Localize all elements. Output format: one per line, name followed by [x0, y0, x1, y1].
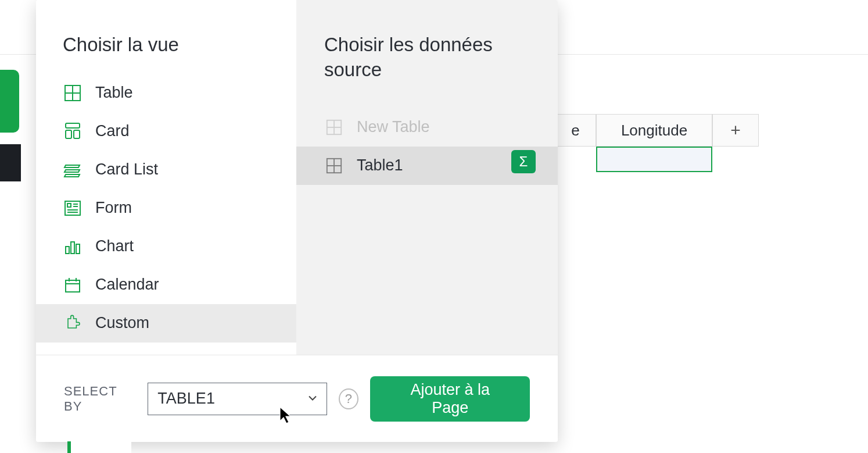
- bg-table-header-row: e Longitude +: [555, 114, 759, 147]
- svg-rect-3: [66, 123, 80, 128]
- bg-header-add-column[interactable]: +: [712, 114, 759, 147]
- bg-header-longitude[interactable]: Longitude: [596, 114, 712, 147]
- view-option-label: Chart: [95, 237, 134, 255]
- help-icon: ?: [345, 391, 352, 406]
- svg-rect-13: [71, 242, 74, 254]
- table-icon: [63, 83, 83, 103]
- card-icon: [63, 122, 83, 141]
- view-list: Table Card Card List: [36, 74, 296, 343]
- source-option-new-table: New Table: [296, 108, 558, 147]
- choose-view-panel: Choisir la vue Table Card: [36, 0, 296, 355]
- view-option-label: Form: [95, 199, 132, 217]
- view-option-label: Custom: [95, 314, 149, 332]
- svg-rect-12: [66, 247, 69, 254]
- select-by-dropdown[interactable]: TABLE1: [148, 383, 327, 415]
- view-option-label: Calendar: [95, 276, 159, 294]
- view-option-form[interactable]: Form: [36, 189, 296, 227]
- calendar-icon: [63, 275, 83, 295]
- view-option-label: Card List: [95, 160, 158, 179]
- choose-view-title: Choisir la vue: [36, 0, 296, 74]
- help-button[interactable]: ?: [339, 388, 359, 409]
- table-icon: [324, 156, 344, 176]
- cardlist-icon: [63, 160, 83, 180]
- svg-rect-14: [76, 244, 80, 254]
- view-option-calendar[interactable]: Calendar: [36, 266, 296, 304]
- select-by-value: TABLE1: [157, 390, 215, 408]
- view-option-table[interactable]: Table: [36, 74, 296, 112]
- source-option-label: New Table: [357, 118, 430, 136]
- svg-rect-7: [67, 204, 71, 207]
- bg-sidebar-green: [0, 70, 19, 133]
- bg-active-cell[interactable]: [596, 147, 712, 172]
- table-icon: [324, 117, 344, 137]
- view-option-chart[interactable]: Chart: [36, 227, 296, 266]
- bg-sidebar-dark: [0, 144, 21, 181]
- dialog-footer: SELECT BY TABLE1 ? Ajouter à la Page: [36, 355, 558, 442]
- select-by-label: SELECT BY: [64, 384, 136, 414]
- chevron-down-icon: [307, 390, 318, 408]
- bg-widget-hint: [67, 441, 131, 453]
- svg-rect-4: [66, 130, 71, 138]
- source-option-label: Table1: [357, 156, 403, 174]
- form-icon: [63, 198, 83, 218]
- svg-rect-5: [74, 130, 80, 138]
- choose-source-panel: Choisir les données source New Table Tab…: [296, 0, 558, 355]
- view-option-label: Table: [95, 84, 133, 102]
- chart-icon: [63, 237, 83, 256]
- view-option-card[interactable]: Card: [36, 112, 296, 151]
- add-widget-dialog: Choisir la vue Table Card: [36, 0, 558, 442]
- choose-source-title: Choisir les données source: [296, 0, 558, 99]
- summary-sigma-button[interactable]: Σ: [511, 150, 536, 173]
- view-option-custom[interactable]: Custom: [36, 304, 296, 343]
- add-to-page-button[interactable]: Ajouter à la Page: [370, 376, 530, 422]
- bg-header-partial: e: [555, 114, 596, 147]
- puzzle-icon: [63, 313, 83, 333]
- svg-rect-15: [66, 280, 80, 292]
- view-option-label: Card: [95, 122, 130, 140]
- dialog-body: Choisir la vue Table Card: [36, 0, 558, 355]
- bg-table-data-row: [596, 147, 712, 172]
- view-option-cardlist[interactable]: Card List: [36, 151, 296, 189]
